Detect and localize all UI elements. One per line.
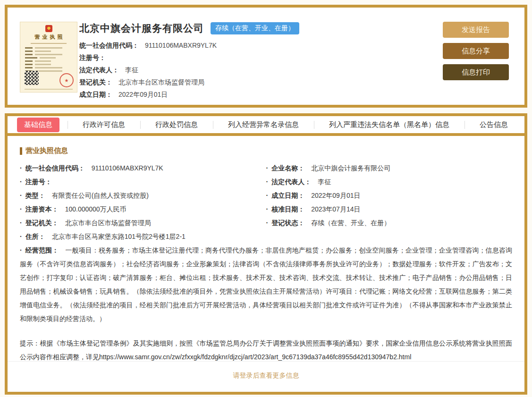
tab-abnormal-list[interactable]: 列入经营异常名录信息 [221,118,306,132]
field-business-scope: ·经营范围：一般项目：税务服务；市场主体登记注册代理；商务代理代办服务；非居住房… [20,244,512,326]
header-field-credit-code: 统一社会信用代码：91110106MABXR9YL7K [79,39,429,51]
national-emblem-icon [45,25,52,32]
header-field-authority: 登记机关：北京市丰台区市场监督管理局 [79,76,429,88]
field-reg-status: ·登记状态：存续（在营、开业、在册） [266,216,513,230]
license-detail-lines [25,47,72,72]
qr-code [25,71,39,85]
tab-admin-license[interactable]: 行政许可信息 [76,118,132,132]
table-row: ·类型：有限责任公司(自然人投资或控股) ·成立日期：2022年09月01日 [20,189,512,203]
field-reg-number: ·注册号： [20,175,266,189]
tab-divider [213,121,213,129]
field-company-name: ·企业名称：北京中旗会计服务有限公司 [266,161,513,175]
table-row: ·注册号： ·法定代表人：李征 [20,175,512,189]
license-footer-line [25,89,73,90]
tab-admin-penalty[interactable]: 行政处罚信息 [148,118,205,132]
field-approval-date: ·核准日期：2023年07月14日 [266,203,513,216]
tab-announcements[interactable]: 公告信息 [473,118,515,132]
tab-divider [140,121,141,129]
info-share-button[interactable]: 信息分享 [443,43,509,59]
table-row: ·住所：北京市丰台区马家堡东路101号院2号楼1层2-1 [20,230,512,244]
license-info-section: 营业执照信息 ·统一社会信用代码：91110106MABXR9YL7K ·企业名… [8,136,524,364]
tab-bar: 基础信息 行政许可信息 行政处罚信息 列入经营异常名录信息 列入严重违法失信名单… [8,116,524,136]
company-info-block: 北京中旗会计服务有限公司 存续（在营、开业、在册） 统一社会信用代码：91110… [79,22,429,101]
field-address: ·住所：北京市丰台区马家堡东路101号院2号楼1层2-1 [20,230,266,244]
send-report-button[interactable]: 发送报告 [443,22,509,38]
status-badge: 存续（在营、开业、在册） [211,22,299,34]
field-registered-capital: ·注册资本：100.000000万人民币 [20,203,266,216]
header-action-buttons: 发送报告 信息分享 信息打印 [443,22,509,80]
section-title-bar-icon [20,147,22,155]
login-notice: 请登录后查看更多信息 [8,361,524,392]
license-code-line [31,43,67,44]
tab-basic-info[interactable]: 基础信息 [17,118,59,132]
section-title: 营业执照信息 [20,146,512,155]
field-company-type: ·类型：有限责任公司(自然人投资或控股) [20,189,266,203]
header-field-legal-rep: 法定代表人：李征 [79,64,429,76]
notice-text: 提示：根据《市场主体登记管理条例》及其实施细则，按照《市场监管总局办公厅关于调整… [20,337,512,364]
table-row: ·统一社会信用代码：91110106MABXR9YL7K ·企业名称：北京中旗会… [20,161,512,175]
header-field-reg-number: 注册号： [79,51,429,64]
header-field-founded-date: 成立日期：2022年09月01日 [79,88,429,101]
field-founded-date: ·成立日期：2022年09月01日 [266,189,513,203]
tab-divider [68,121,68,129]
license-title: 营业执照 [20,34,77,41]
tab-divider [314,121,314,129]
info-print-button[interactable]: 信息打印 [443,64,509,80]
company-name: 北京中旗会计服务有限公司 [79,22,204,35]
table-row: ·注册资本：100.000000万人民币 ·核准日期：2023年07月14日 [20,203,512,216]
red-seal-icon: ★ [59,73,74,87]
tab-divider [464,121,465,129]
field-empty [266,230,513,244]
tab-blacklist[interactable]: 列入严重违法失信名单（黑名单）信息 [322,118,456,132]
license-info-grid: ·统一社会信用代码：91110106MABXR9YL7K ·企业名称：北京中旗会… [20,161,512,244]
field-authority: ·登记机关：北京市丰台区市场监督管理局 [20,216,266,230]
company-header-panel: 营业执照 ★ 北京中旗会计服务有限公司 存续（在营、开业、在册） 统一社会信用代… [5,5,527,108]
field-credit-code: ·统一社会信用代码：91110106MABXR9YL7K [20,161,266,175]
field-legal-rep: ·法定代表人：李征 [266,175,513,189]
table-row: ·登记机关：北京市丰台区市场监督管理局 ·登记状态：存续（在营、开业、在册） [20,216,512,230]
business-scope-text: 一般项目：税务服务；市场主体登记注册代理；商务代理代办服务；非居住房地产租赁；办… [20,246,512,322]
detail-panel: 基础信息 行政许可信息 行政处罚信息 列入经营异常名录信息 列入严重违法失信名单… [5,113,527,395]
business-license-image: 营业执照 ★ [20,22,77,93]
